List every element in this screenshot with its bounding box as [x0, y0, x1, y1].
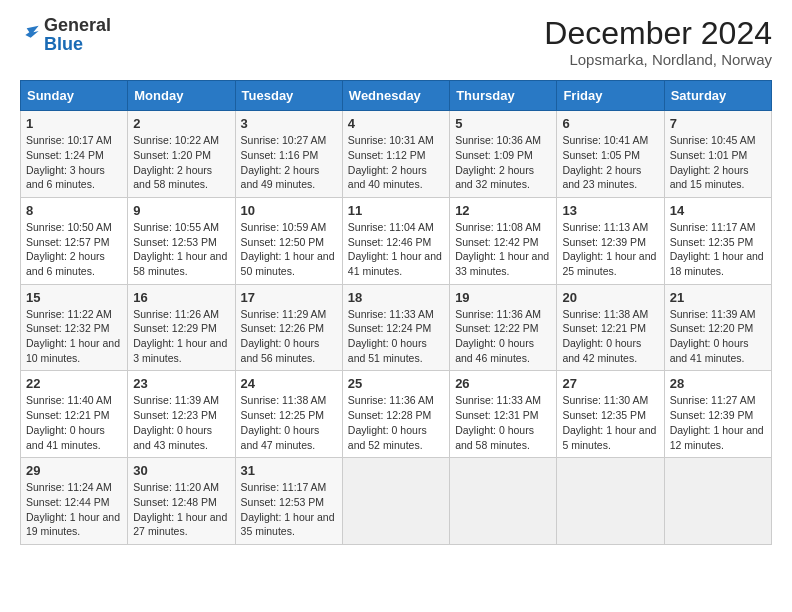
day-info: Sunrise: 11:24 AMSunset: 12:44 PMDayligh…	[26, 480, 122, 539]
day-info: Sunrise: 11:13 AMSunset: 12:39 PMDayligh…	[562, 220, 658, 279]
calendar-cell	[664, 458, 771, 545]
day-info: Sunrise: 10:50 AMSunset: 12:57 PMDayligh…	[26, 220, 122, 279]
calendar-cell: 16Sunrise: 11:26 AMSunset: 12:29 PMDayli…	[128, 284, 235, 371]
calendar-header-friday: Friday	[557, 81, 664, 111]
day-number: 19	[455, 290, 551, 305]
day-info: Sunrise: 10:17 AMSunset: 1:24 PMDaylight…	[26, 133, 122, 192]
calendar-cell: 13Sunrise: 11:13 AMSunset: 12:39 PMDayli…	[557, 197, 664, 284]
day-number: 12	[455, 203, 551, 218]
day-number: 29	[26, 463, 122, 478]
calendar-cell: 4Sunrise: 10:31 AMSunset: 1:12 PMDayligh…	[342, 111, 449, 198]
day-info: Sunrise: 11:17 AMSunset: 12:35 PMDayligh…	[670, 220, 766, 279]
title-area: December 2024 Lopsmarka, Nordland, Norwa…	[544, 16, 772, 68]
day-number: 16	[133, 290, 229, 305]
calendar-header-row: SundayMondayTuesdayWednesdayThursdayFrid…	[21, 81, 772, 111]
calendar-cell: 31Sunrise: 11:17 AMSunset: 12:53 PMDayli…	[235, 458, 342, 545]
calendar-cell: 21Sunrise: 11:39 AMSunset: 12:20 PMDayli…	[664, 284, 771, 371]
calendar-cell: 29Sunrise: 11:24 AMSunset: 12:44 PMDayli…	[21, 458, 128, 545]
calendar-header-thursday: Thursday	[450, 81, 557, 111]
calendar-header-saturday: Saturday	[664, 81, 771, 111]
calendar-cell: 7Sunrise: 10:45 AMSunset: 1:01 PMDayligh…	[664, 111, 771, 198]
calendar-cell: 22Sunrise: 11:40 AMSunset: 12:21 PMDayli…	[21, 371, 128, 458]
location-title: Lopsmarka, Nordland, Norway	[544, 51, 772, 68]
logo: General Blue	[20, 16, 111, 54]
calendar-cell: 26Sunrise: 11:33 AMSunset: 12:31 PMDayli…	[450, 371, 557, 458]
day-info: Sunrise: 11:26 AMSunset: 12:29 PMDayligh…	[133, 307, 229, 366]
day-number: 15	[26, 290, 122, 305]
day-info: Sunrise: 10:45 AMSunset: 1:01 PMDaylight…	[670, 133, 766, 192]
calendar-header-monday: Monday	[128, 81, 235, 111]
calendar-cell: 17Sunrise: 11:29 AMSunset: 12:26 PMDayli…	[235, 284, 342, 371]
day-info: Sunrise: 11:30 AMSunset: 12:35 PMDayligh…	[562, 393, 658, 452]
calendar-cell: 24Sunrise: 11:38 AMSunset: 12:25 PMDayli…	[235, 371, 342, 458]
calendar-cell: 12Sunrise: 11:08 AMSunset: 12:42 PMDayli…	[450, 197, 557, 284]
calendar-cell: 8Sunrise: 10:50 AMSunset: 12:57 PMDaylig…	[21, 197, 128, 284]
day-number: 25	[348, 376, 444, 391]
day-number: 18	[348, 290, 444, 305]
day-info: Sunrise: 11:38 AMSunset: 12:21 PMDayligh…	[562, 307, 658, 366]
day-number: 13	[562, 203, 658, 218]
calendar-cell: 28Sunrise: 11:27 AMSunset: 12:39 PMDayli…	[664, 371, 771, 458]
day-number: 1	[26, 116, 122, 131]
page-header: General Blue December 2024 Lopsmarka, No…	[20, 16, 772, 68]
calendar-cell: 11Sunrise: 11:04 AMSunset: 12:46 PMDayli…	[342, 197, 449, 284]
calendar-week-row: 22Sunrise: 11:40 AMSunset: 12:21 PMDayli…	[21, 371, 772, 458]
day-number: 8	[26, 203, 122, 218]
calendar-cell	[342, 458, 449, 545]
day-number: 24	[241, 376, 337, 391]
day-info: Sunrise: 11:22 AMSunset: 12:32 PMDayligh…	[26, 307, 122, 366]
day-number: 6	[562, 116, 658, 131]
day-number: 5	[455, 116, 551, 131]
day-info: Sunrise: 10:27 AMSunset: 1:16 PMDaylight…	[241, 133, 337, 192]
day-number: 9	[133, 203, 229, 218]
day-number: 20	[562, 290, 658, 305]
calendar-week-row: 29Sunrise: 11:24 AMSunset: 12:44 PMDayli…	[21, 458, 772, 545]
calendar-cell	[557, 458, 664, 545]
calendar-cell: 15Sunrise: 11:22 AMSunset: 12:32 PMDayli…	[21, 284, 128, 371]
day-info: Sunrise: 11:36 AMSunset: 12:22 PMDayligh…	[455, 307, 551, 366]
day-info: Sunrise: 11:39 AMSunset: 12:20 PMDayligh…	[670, 307, 766, 366]
calendar-cell: 9Sunrise: 10:55 AMSunset: 12:53 PMDaylig…	[128, 197, 235, 284]
day-info: Sunrise: 11:33 AMSunset: 12:24 PMDayligh…	[348, 307, 444, 366]
calendar-header-tuesday: Tuesday	[235, 81, 342, 111]
day-info: Sunrise: 11:17 AMSunset: 12:53 PMDayligh…	[241, 480, 337, 539]
day-info: Sunrise: 10:41 AMSunset: 1:05 PMDaylight…	[562, 133, 658, 192]
calendar-week-row: 8Sunrise: 10:50 AMSunset: 12:57 PMDaylig…	[21, 197, 772, 284]
day-number: 28	[670, 376, 766, 391]
day-number: 7	[670, 116, 766, 131]
day-info: Sunrise: 11:40 AMSunset: 12:21 PMDayligh…	[26, 393, 122, 452]
day-info: Sunrise: 10:22 AMSunset: 1:20 PMDaylight…	[133, 133, 229, 192]
logo-bird-icon	[20, 23, 40, 43]
day-info: Sunrise: 11:08 AMSunset: 12:42 PMDayligh…	[455, 220, 551, 279]
svg-marker-0	[25, 26, 38, 38]
calendar-cell: 23Sunrise: 11:39 AMSunset: 12:23 PMDayli…	[128, 371, 235, 458]
day-info: Sunrise: 10:59 AMSunset: 12:50 PMDayligh…	[241, 220, 337, 279]
calendar-week-row: 1Sunrise: 10:17 AMSunset: 1:24 PMDayligh…	[21, 111, 772, 198]
day-number: 17	[241, 290, 337, 305]
day-number: 23	[133, 376, 229, 391]
day-info: Sunrise: 11:27 AMSunset: 12:39 PMDayligh…	[670, 393, 766, 452]
calendar-cell: 27Sunrise: 11:30 AMSunset: 12:35 PMDayli…	[557, 371, 664, 458]
calendar-cell: 3Sunrise: 10:27 AMSunset: 1:16 PMDayligh…	[235, 111, 342, 198]
calendar-cell: 19Sunrise: 11:36 AMSunset: 12:22 PMDayli…	[450, 284, 557, 371]
calendar-cell: 14Sunrise: 11:17 AMSunset: 12:35 PMDayli…	[664, 197, 771, 284]
day-number: 14	[670, 203, 766, 218]
calendar-cell: 2Sunrise: 10:22 AMSunset: 1:20 PMDayligh…	[128, 111, 235, 198]
day-info: Sunrise: 10:55 AMSunset: 12:53 PMDayligh…	[133, 220, 229, 279]
day-number: 30	[133, 463, 229, 478]
calendar-cell: 5Sunrise: 10:36 AMSunset: 1:09 PMDayligh…	[450, 111, 557, 198]
day-number: 26	[455, 376, 551, 391]
day-number: 2	[133, 116, 229, 131]
day-info: Sunrise: 11:36 AMSunset: 12:28 PMDayligh…	[348, 393, 444, 452]
calendar-table: SundayMondayTuesdayWednesdayThursdayFrid…	[20, 80, 772, 545]
day-number: 3	[241, 116, 337, 131]
calendar-cell: 6Sunrise: 10:41 AMSunset: 1:05 PMDayligh…	[557, 111, 664, 198]
calendar-cell: 1Sunrise: 10:17 AMSunset: 1:24 PMDayligh…	[21, 111, 128, 198]
day-info: Sunrise: 11:33 AMSunset: 12:31 PMDayligh…	[455, 393, 551, 452]
day-number: 22	[26, 376, 122, 391]
day-number: 10	[241, 203, 337, 218]
day-info: Sunrise: 10:31 AMSunset: 1:12 PMDaylight…	[348, 133, 444, 192]
calendar-cell: 30Sunrise: 11:20 AMSunset: 12:48 PMDayli…	[128, 458, 235, 545]
day-info: Sunrise: 10:36 AMSunset: 1:09 PMDaylight…	[455, 133, 551, 192]
day-info: Sunrise: 11:29 AMSunset: 12:26 PMDayligh…	[241, 307, 337, 366]
